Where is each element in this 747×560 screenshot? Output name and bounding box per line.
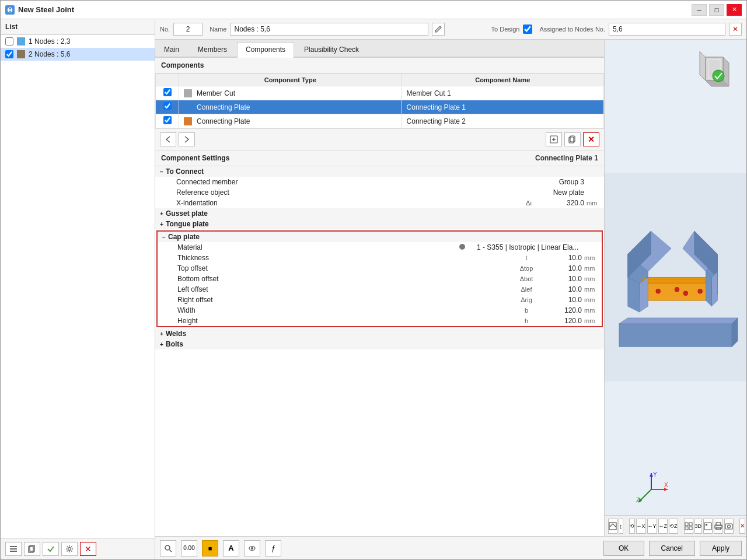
- bottom-tool-function[interactable]: ƒ: [265, 540, 281, 556]
- comp-copy-button[interactable]: [564, 132, 581, 146]
- sidebar-tool-copy[interactable]: [24, 542, 40, 556]
- 3d-view[interactable]: X Y Z ↕: [605, 40, 746, 536]
- bottom-offset-value[interactable]: 10.0: [541, 275, 582, 283]
- row3-type-cell[interactable]: Connecting Plate: [179, 114, 402, 128]
- view-tool-rz[interactable]: ⟲Z: [669, 519, 678, 534]
- reference-object-row[interactable]: Reference object New plate: [155, 187, 604, 198]
- bottom-tool-color[interactable]: ■: [202, 540, 218, 556]
- view-tool-y[interactable]: ↔Y: [647, 519, 657, 534]
- name-value[interactable]: Nodes : 5,6: [230, 23, 428, 36]
- comp-add-button[interactable]: [546, 132, 562, 146]
- row1-name-cell[interactable]: Member Cut 1: [402, 86, 603, 100]
- row1-checkbox[interactable]: [163, 88, 172, 96]
- sidebar-item-1-checkbox[interactable]: [5, 37, 13, 46]
- top-offset-value[interactable]: 10.0: [541, 264, 582, 272]
- sidebar-tool-list[interactable]: [5, 542, 22, 556]
- tab-members[interactable]: Members: [189, 42, 236, 57]
- name-label: Name: [210, 26, 226, 33]
- connected-member-row[interactable]: Connected member Group 3: [155, 177, 604, 187]
- maximize-button[interactable]: □: [709, 4, 724, 16]
- bolts-section[interactable]: + Bolts: [155, 339, 604, 349]
- view-tool-grid[interactable]: [684, 519, 693, 534]
- view-tool-rotate[interactable]: ⟲: [629, 519, 635, 534]
- height-row[interactable]: Height h 120.0 mm: [158, 316, 602, 326]
- assigned-value[interactable]: 5,6: [609, 23, 725, 36]
- gusset-plate-section[interactable]: + Gusset plate: [155, 208, 604, 219]
- row2-check-cell[interactable]: [156, 100, 179, 114]
- bolts-expand[interactable]: +: [158, 340, 166, 348]
- cap-plate-section[interactable]: − Cap plate: [158, 232, 602, 242]
- width-row[interactable]: Width b 120.0 mm: [158, 305, 602, 316]
- row2-name-cell[interactable]: Connecting Plate 1: [402, 100, 603, 114]
- x-indentation-row[interactable]: X-indentation Δi 320.0 mm: [155, 198, 604, 208]
- view-tool-render[interactable]: [703, 519, 713, 534]
- row3-checkbox[interactable]: [163, 116, 172, 124]
- apply-button[interactable]: Apply: [700, 541, 742, 556]
- nav-cube[interactable]: [694, 51, 735, 92]
- row3-name-cell[interactable]: Connecting Plate 2: [402, 114, 603, 128]
- top-offset-row[interactable]: Top offset Δtop 10.0 mm: [158, 263, 602, 274]
- view-tool-arrows[interactable]: ↕: [619, 519, 623, 534]
- view-tool-3d-rotate[interactable]: 3D: [694, 519, 703, 534]
- to-connect-section[interactable]: − To Connect: [155, 166, 604, 177]
- row1-check-cell[interactable]: [156, 86, 179, 100]
- thickness-value[interactable]: 10.0: [541, 254, 582, 262]
- view-tool-close[interactable]: ✕: [739, 519, 745, 534]
- minimize-button[interactable]: ─: [692, 4, 707, 16]
- close-button[interactable]: ✕: [727, 4, 742, 16]
- name-edit-button[interactable]: [432, 23, 445, 36]
- view-tool-camera[interactable]: [724, 519, 734, 534]
- width-value[interactable]: 120.0: [541, 306, 582, 314]
- table-row[interactable]: Member Cut Member Cut 1: [156, 86, 604, 100]
- sidebar-item-1[interactable]: 1 Nodes : 2,3: [1, 35, 155, 48]
- welds-expand[interactable]: +: [158, 330, 166, 338]
- bottom-tool-zero[interactable]: 0.00: [181, 540, 197, 556]
- to-connect-expand[interactable]: −: [158, 167, 166, 176]
- height-value[interactable]: 120.0: [541, 317, 582, 325]
- thickness-row[interactable]: Thickness t 10.0 mm: [158, 253, 602, 263]
- sidebar-tool-delete[interactable]: ✕: [80, 542, 96, 556]
- tongue-plate-expand[interactable]: +: [158, 220, 166, 228]
- welds-section[interactable]: + Welds: [155, 328, 604, 339]
- view-tool-print[interactable]: [714, 519, 723, 534]
- cancel-button[interactable]: Cancel: [649, 541, 695, 556]
- tab-main[interactable]: Main: [155, 42, 188, 57]
- table-row[interactable]: Connecting Plate Connecting Plate 2: [156, 114, 604, 128]
- gusset-plate-expand[interactable]: +: [158, 209, 166, 218]
- assigned-clear-button[interactable]: ✕: [729, 23, 742, 36]
- view-tool-x[interactable]: ↔X: [636, 519, 646, 534]
- table-row[interactable]: Connecting Plate Connecting Plate 1: [156, 100, 604, 114]
- row2-type-cell[interactable]: Connecting Plate: [179, 100, 402, 114]
- material-row[interactable]: Material 1 - S355 | Isotropic | Linear E…: [158, 242, 602, 253]
- right-offset-row[interactable]: Right offset Δrig 10.0 mm: [158, 295, 602, 305]
- move-left-button[interactable]: [160, 132, 176, 146]
- ok-button[interactable]: OK: [603, 541, 644, 556]
- view-tool-z[interactable]: ↔Z: [658, 519, 668, 534]
- bottom-tool-text[interactable]: A: [223, 540, 239, 556]
- connected-member-value[interactable]: Group 3: [543, 178, 584, 186]
- material-value[interactable]: 1 - S355 | Isotropic | Linear Ela...: [477, 243, 582, 251]
- row1-type-cell[interactable]: Member Cut: [179, 86, 402, 100]
- bottom-tool-search[interactable]: [160, 540, 176, 556]
- cap-plate-expand[interactable]: −: [160, 233, 168, 241]
- bottom-offset-row[interactable]: Bottom offset Δbot 10.0 mm: [158, 274, 602, 284]
- row3-check-cell[interactable]: [156, 114, 179, 128]
- tab-plausibility[interactable]: Plausibility Check: [295, 42, 368, 57]
- row2-checkbox[interactable]: [163, 102, 172, 110]
- sidebar-item-2[interactable]: 2 Nodes : 5,6: [1, 48, 155, 61]
- move-right-button[interactable]: [179, 132, 195, 146]
- left-offset-value[interactable]: 10.0: [541, 285, 582, 293]
- to-design-checkbox[interactable]: [523, 24, 532, 34]
- right-offset-value[interactable]: 10.0: [541, 296, 582, 304]
- view-tool-home[interactable]: [608, 519, 617, 534]
- sidebar-tool-check[interactable]: [43, 542, 59, 556]
- sidebar-tool-settings[interactable]: [61, 542, 78, 556]
- tongue-plate-section[interactable]: + Tongue plate: [155, 219, 604, 229]
- reference-object-value[interactable]: New plate: [543, 188, 584, 197]
- comp-delete-button[interactable]: ✕: [583, 132, 599, 146]
- left-offset-row[interactable]: Left offset Δlef 10.0 mm: [158, 284, 602, 295]
- sidebar-item-2-checkbox[interactable]: [5, 50, 13, 58]
- x-indentation-value[interactable]: 320.0: [543, 199, 584, 207]
- bottom-tool-eye[interactable]: [244, 540, 260, 556]
- tab-components[interactable]: Components: [237, 42, 294, 58]
